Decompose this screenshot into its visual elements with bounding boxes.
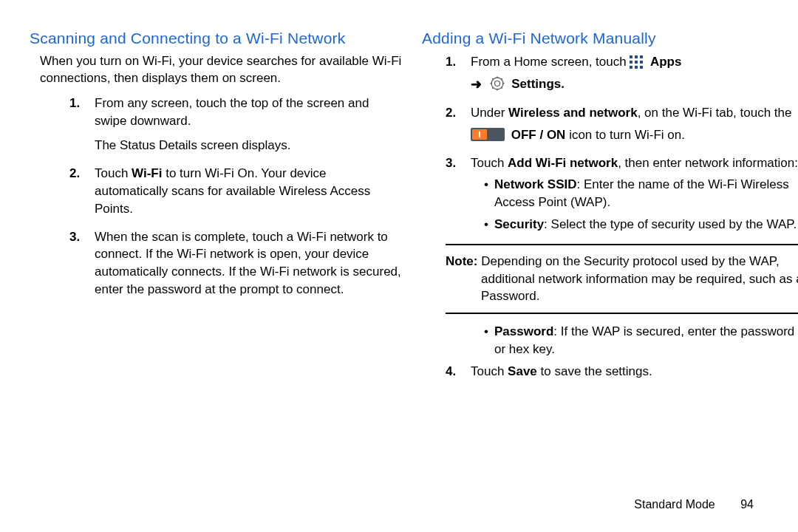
step-number: 1.	[69, 95, 80, 112]
bullet-ssid: Network SSID: Enter the name of the Wi-F…	[484, 176, 798, 211]
svg-rect-0	[630, 55, 632, 58]
page-footer: Standard Mode 94	[634, 498, 754, 511]
page-number: 94	[740, 498, 754, 511]
left-step-3: 3. When the scan is complete, touch a Wi…	[69, 228, 403, 299]
left-steps: 1. From any screen, touch the top of the…	[69, 95, 403, 299]
bold-wireless-network: Wireless and network	[508, 106, 638, 120]
bold-save: Save	[508, 364, 537, 378]
note-text: Note: Depending on the Security protocol…	[446, 253, 798, 305]
step-number: 3.	[69, 228, 80, 246]
network-info-bullets: Network SSID: Enter the name of the Wi-F…	[484, 176, 798, 233]
bold-off-on: OFF / ON	[511, 128, 566, 142]
right-heading: Adding a Wi-Fi Network Manually	[422, 30, 798, 47]
left-heading: Scanning and Connecting to a Wi-Fi Netwo…	[30, 30, 403, 47]
step-subline: ➜ Settings.	[471, 75, 798, 94]
settings-gear-icon	[490, 76, 505, 91]
step-text: Touch Save to save the settings.	[471, 363, 798, 381]
bold-apps: Apps	[650, 55, 682, 69]
bullet-security: Security: Select the type of security us…	[484, 216, 798, 233]
footer-section: Standard Mode	[634, 498, 715, 511]
svg-rect-8	[640, 66, 643, 69]
bold-add-wifi: Add Wi-Fi network	[508, 156, 618, 170]
arrow-icon: ➜	[471, 75, 482, 94]
step-number: 2.	[69, 165, 80, 183]
svg-rect-6	[630, 66, 632, 69]
text: , then enter network information:	[618, 156, 798, 170]
two-column-layout: Scanning and Connecting to a Wi-Fi Netwo…	[30, 30, 798, 391]
text: to save the settings.	[537, 364, 652, 378]
right-steps: 1. From a Home screen, touch Apps ➜	[446, 53, 798, 233]
left-column: Scanning and Connecting to a Wi-Fi Netwo…	[30, 30, 403, 391]
text: icon to turn Wi-Fi on.	[565, 128, 685, 142]
text: : Select the type of security used by th…	[544, 217, 797, 231]
text: Under	[471, 106, 508, 120]
left-step-2: 2. Touch Wi-Fi to turn Wi-Fi On. Your de…	[69, 165, 403, 217]
step-text: From a Home screen, touch Apps	[471, 53, 798, 71]
svg-point-9	[494, 81, 499, 86]
text: Touch	[471, 364, 508, 378]
step-text: From any screen, touch the top of the sc…	[95, 95, 403, 130]
right-step-4: 4. Touch Save to save the settings.	[446, 363, 798, 381]
bullet-password: Password: If the WAP is secured, enter t…	[484, 323, 798, 358]
svg-rect-3	[630, 61, 632, 64]
left-intro: When you turn on Wi-Fi, your device sear…	[40, 53, 403, 87]
svg-rect-7	[635, 66, 638, 69]
step-text: Touch Add Wi-Fi network, then enter netw…	[471, 154, 798, 172]
right-column: Adding a Wi-Fi Network Manually 1. From …	[422, 30, 798, 391]
note-block: Note: Depending on the Security protocol…	[446, 244, 798, 314]
step-number: 4.	[446, 363, 456, 381]
bold-security: Security	[494, 217, 544, 231]
bold-password: Password	[494, 324, 553, 338]
step-text: When the scan is complete, touch a Wi-Fi…	[95, 228, 403, 299]
step-number: 2.	[446, 104, 456, 122]
apps-grid-icon	[630, 55, 643, 69]
step-subline: OFF / ON icon to turn Wi-Fi on.	[471, 126, 798, 144]
off-on-toggle-icon	[471, 128, 505, 141]
step-text: Touch Wi-Fi to turn Wi-Fi On. Your devic…	[95, 165, 403, 217]
right-step-2: 2. Under Wireless and network, on the Wi…	[446, 104, 798, 144]
text: Touch	[471, 156, 508, 170]
password-bullet-list: Password: If the WAP is secured, enter t…	[484, 323, 798, 358]
step-subtext: The Status Details screen displays.	[95, 137, 403, 154]
step-number: 3.	[446, 154, 456, 172]
after-note-content: Password: If the WAP is secured, enter t…	[446, 323, 798, 380]
svg-rect-2	[640, 55, 643, 58]
bold-settings: Settings.	[511, 77, 565, 91]
text: , on the Wi-Fi tab, touch the	[638, 106, 792, 120]
text: From a Home screen, touch	[471, 55, 630, 69]
bold-ssid: Network SSID	[494, 177, 576, 191]
svg-rect-4	[635, 61, 638, 64]
left-step-1: 1. From any screen, touch the top of the…	[69, 95, 403, 154]
final-step-list: 4. Touch Save to save the settings.	[446, 363, 798, 381]
step-number: 1.	[446, 53, 456, 71]
text: Touch	[95, 166, 132, 180]
right-step-3: 3. Touch Add Wi-Fi network, then enter n…	[446, 154, 798, 233]
right-step-1: 1. From a Home screen, touch Apps ➜	[446, 53, 798, 94]
bold-note: Note:	[446, 254, 477, 268]
svg-rect-5	[640, 61, 643, 64]
manual-page: Scanning and Connecting to a Wi-Fi Netwo…	[0, 0, 798, 532]
svg-rect-1	[635, 55, 638, 58]
text: Depending on the Security protocol used …	[477, 254, 798, 304]
bold-wifi: Wi-Fi	[132, 166, 162, 180]
step-text: Under Wireless and network, on the Wi-Fi…	[471, 104, 798, 122]
